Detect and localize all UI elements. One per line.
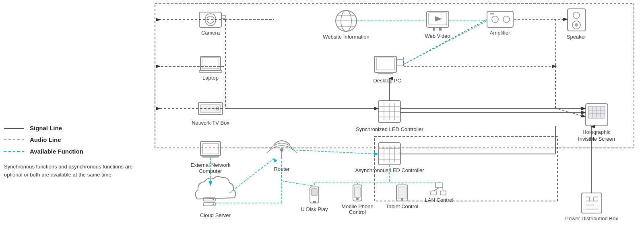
laptop-label: Laptop xyxy=(202,75,219,81)
mobile-phone-label: Mobile Phone xyxy=(341,203,374,209)
web-video-node: Web Video xyxy=(425,11,450,39)
svg-rect-7 xyxy=(199,70,222,72)
legend-available-text: Available Function xyxy=(30,148,83,155)
amplifier-label: Amplifier xyxy=(490,30,510,36)
svg-point-27 xyxy=(573,12,580,18)
holographic-node: Holographic Invisible Screen xyxy=(578,104,615,142)
network-tv-box-node: Network TV Box xyxy=(192,103,229,126)
holographic-label2: Invisible Screen xyxy=(578,136,615,142)
web-video-label: Web Video xyxy=(425,33,450,39)
svg-rect-20 xyxy=(433,27,435,31)
svg-rect-49 xyxy=(202,144,219,154)
speaker-label: Speaker xyxy=(567,34,586,40)
u-disk-label: U Disk Play xyxy=(301,206,328,212)
svg-rect-2 xyxy=(199,12,221,27)
mobile-phone-label2: Control xyxy=(349,209,366,215)
legend-available-function: Available Function xyxy=(4,148,141,155)
speaker-node: Speaker xyxy=(567,9,586,40)
svg-line-108 xyxy=(229,159,274,193)
svg-rect-73 xyxy=(436,183,443,188)
available-line-sample xyxy=(4,151,24,152)
diagram-container: Camera Laptop Network TV Box Website Inf… xyxy=(0,0,644,240)
svg-marker-19 xyxy=(435,16,442,22)
svg-rect-75 xyxy=(440,191,446,195)
svg-rect-6 xyxy=(200,56,221,70)
legend-signal-text: Signal Line xyxy=(30,125,62,131)
power-dist-node: Power Distribution Box xyxy=(565,193,618,222)
svg-rect-32 xyxy=(396,59,404,65)
network-tv-box-label: Network TV Box xyxy=(192,120,229,126)
svg-rect-50 xyxy=(202,156,219,158)
svg-rect-31 xyxy=(376,58,394,70)
svg-rect-65 xyxy=(312,189,317,196)
svg-rect-68 xyxy=(355,187,360,197)
svg-point-23 xyxy=(492,16,498,23)
svg-point-72 xyxy=(401,198,403,201)
svg-rect-66 xyxy=(313,201,316,203)
tablet-label: Tablet Control xyxy=(386,203,418,209)
svg-point-29 xyxy=(575,23,578,27)
desktop-pc-node: Desktop PC xyxy=(373,56,404,84)
signal-line-sample xyxy=(4,128,24,129)
svg-point-63 xyxy=(213,203,214,205)
svg-point-24 xyxy=(503,16,510,23)
amplifier-node: Amplifier xyxy=(487,11,513,36)
sync-led-node: Synchronized LED Controller xyxy=(356,101,423,132)
svg-rect-78 xyxy=(582,193,602,213)
camera-label: Camera xyxy=(201,30,220,36)
mobile-phone-node: Mobile Phone Control xyxy=(341,185,374,215)
svg-rect-74 xyxy=(431,191,436,195)
svg-rect-8 xyxy=(202,57,219,69)
svg-rect-5 xyxy=(221,15,225,18)
svg-rect-25 xyxy=(490,13,494,14)
website-info-label: Website Information xyxy=(323,34,369,40)
cloud-server-label: Cloud Server xyxy=(200,212,231,218)
lan-label: LAN Control xyxy=(425,197,454,203)
holographic-label: Holographic xyxy=(582,129,611,135)
svg-point-69 xyxy=(356,198,359,200)
camera-node: Camera xyxy=(199,12,225,36)
svg-line-76 xyxy=(433,188,439,191)
svg-line-77 xyxy=(443,188,443,191)
lan-node: LAN Control xyxy=(425,183,454,203)
legend-description: Synchronous functions and asynchronous f… xyxy=(4,163,133,178)
power-dist-label: Power Distribution Box xyxy=(565,215,618,222)
router-node: Router xyxy=(267,141,297,172)
desktop-pc-label: Desktop PC xyxy=(373,78,401,84)
laptop-node: Laptop xyxy=(199,56,222,81)
svg-line-107 xyxy=(292,150,378,154)
svg-point-51 xyxy=(280,148,283,152)
audio-line-sample xyxy=(4,139,24,140)
legend-audio-line: Audio Line xyxy=(4,136,141,143)
u-disk-node: U Disk Play xyxy=(301,187,328,212)
svg-rect-33 xyxy=(378,72,393,74)
svg-line-96 xyxy=(404,19,487,64)
legend: Signal Line Audio Line Available Functio… xyxy=(4,125,141,178)
tablet-node: Tablet Control xyxy=(386,185,418,209)
svg-rect-71 xyxy=(398,187,406,198)
svg-line-112 xyxy=(282,181,314,186)
svg-point-62 xyxy=(213,199,214,200)
sync-led-label: Synchronized LED Controller xyxy=(356,126,423,132)
legend-signal-line: Signal Line xyxy=(4,125,141,131)
cloud-server-node: Cloud Server xyxy=(195,176,235,218)
website-info-node: Website Information xyxy=(323,10,369,40)
svg-rect-21 xyxy=(439,27,442,31)
legend-audio-text: Audio Line xyxy=(30,136,61,143)
